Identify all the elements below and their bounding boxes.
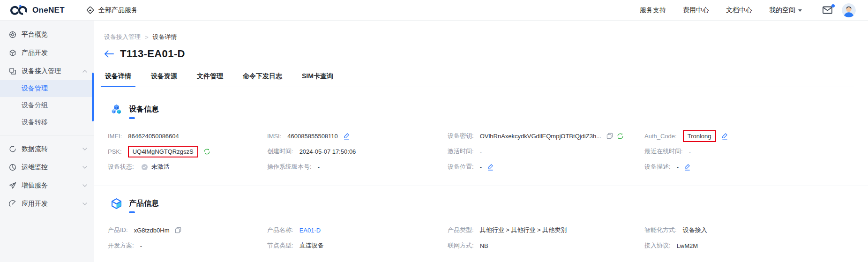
- section-divider: [94, 186, 868, 186]
- status-inactive-icon: [141, 164, 148, 171]
- onenet-logo[interactable]: OneNET: [10, 5, 65, 16]
- field-os-version: 操作系统版本号: -: [267, 162, 448, 172]
- field-device-description: 设备描述: -: [644, 162, 854, 172]
- user-avatar[interactable]: [842, 3, 856, 17]
- field-product-id: 产品ID: xG8tzdb0Hm: [108, 225, 267, 235]
- edit-auth-code-icon[interactable]: [721, 132, 728, 140]
- app-dev-icon: [9, 200, 16, 208]
- device-info-fields: IMEI: 864624050086604 IMSI: 460085855508…: [108, 131, 854, 172]
- field-product-type: 产品类型: 其他行业 > 其他行业 > 其他类别: [448, 225, 644, 235]
- device-info-section: 设备信息 IMEI: 864624050086604 IMSI: 4600858…: [104, 103, 854, 172]
- copy-product-id-icon[interactable]: [175, 227, 181, 233]
- auth-code-highlight: Tronlong: [683, 130, 716, 142]
- field-product-name: 产品名称: EA01-D: [267, 225, 448, 235]
- chevron-down-icon: [82, 184, 87, 187]
- product-name-link[interactable]: EA01-D: [299, 227, 321, 234]
- pie-chart-icon: [9, 164, 16, 171]
- page-title: T113-EA01-D: [120, 48, 185, 60]
- sidebar-item-device-groups[interactable]: 设备分组: [0, 97, 94, 114]
- chevron-up-icon: [82, 70, 87, 73]
- cube-icon: [9, 49, 16, 57]
- top-icons: [823, 3, 856, 17]
- field-imei: IMEI: 864624050086604: [108, 131, 267, 141]
- breadcrumb-parent[interactable]: 设备接入管理: [104, 33, 141, 41]
- field-access-protocol: 接入协议: LwM2M: [644, 241, 854, 250]
- psk-highlight: UQ4lMgNGTQRzgszS: [128, 146, 198, 157]
- sidebar-item-device-management[interactable]: 设备管理: [0, 80, 94, 97]
- tab-command-log[interactable]: 命令下发日志: [242, 72, 283, 87]
- breadcrumb: 设备接入管理 > 设备详情: [104, 33, 854, 41]
- notification-dot: [831, 4, 835, 7]
- section-title-dash: [129, 211, 135, 213]
- sidebar-item-device-transfer[interactable]: 设备转移: [0, 114, 94, 131]
- product-info-section: 产品信息 产品ID: xG8tzdb0Hm 产品名称: EA01-D: [104, 197, 854, 250]
- sidebar-item-app-dev[interactable]: 应用开发: [0, 195, 94, 213]
- products-diamond-icon: [86, 6, 94, 14]
- sidebar-item-device-access[interactable]: 设备接入管理: [0, 62, 94, 80]
- refresh-psk-icon[interactable]: [203, 148, 210, 155]
- main-content: 设备接入管理 > 设备详情 T113-EA01-D 设备详情 设备资源 文件管理…: [94, 21, 868, 262]
- all-products-menu[interactable]: 全部产品服务: [86, 6, 138, 15]
- tab-sim-query[interactable]: SIM卡查询: [301, 72, 334, 87]
- edit-description-icon[interactable]: [684, 163, 691, 171]
- chevron-down-icon: [82, 166, 87, 169]
- tab-file-management[interactable]: 文件管理: [196, 72, 224, 87]
- field-imsi: IMSI: 460085855508110: [267, 131, 448, 141]
- tab-bar: 设备详情 设备资源 文件管理 命令下发日志 SIM卡查询: [104, 72, 854, 87]
- chevron-down-icon: [798, 9, 802, 12]
- field-activated-time: 激活时间: -: [448, 147, 644, 156]
- device-info-cubes-icon: [110, 103, 123, 116]
- field-smart-mode: 智能化方式: 设备接入: [644, 225, 854, 235]
- field-dev-plan: 开发方案: -: [108, 241, 267, 250]
- product-info-fields: 产品ID: xG8tzdb0Hm 产品名称: EA01-D 产品类型: 其他行业…: [108, 225, 854, 250]
- product-info-cube-icon: [110, 197, 123, 210]
- nav-billing-center[interactable]: 费用中心: [683, 6, 709, 15]
- copy-secret-icon[interactable]: [606, 133, 613, 139]
- back-button[interactable]: [104, 50, 114, 58]
- paper-plane-icon: [9, 182, 16, 189]
- onenet-logo-icon: [10, 5, 29, 16]
- field-psk: PSK: UQ4lMgNGTQRzgszS: [108, 147, 267, 156]
- sidebar-item-data-flow[interactable]: 数据流转: [0, 140, 94, 158]
- nav-service-support[interactable]: 服务支持: [640, 6, 666, 15]
- chevron-down-icon: [82, 148, 87, 150]
- field-node-type: 节点类型: 直连设备: [267, 241, 448, 250]
- nav-docs-center[interactable]: 文档中心: [726, 6, 752, 15]
- field-device-location: 设备位置: -: [448, 162, 644, 172]
- field-device-status: 设备状态: 未激活: [108, 162, 267, 172]
- title-row: T113-EA01-D: [104, 47, 854, 61]
- sidebar-item-ops-monitor[interactable]: 运维监控: [0, 158, 94, 176]
- data-flow-icon: [9, 145, 16, 153]
- edit-location-icon[interactable]: [487, 163, 494, 171]
- overview-icon: [9, 31, 16, 38]
- sidebar: 平台概览 产品开发 设备接入管理 设备管理 设备分组 设备转移: [0, 21, 94, 262]
- nav-my-space[interactable]: 我的空间: [769, 6, 802, 15]
- device-info-title: 设备信息: [129, 103, 159, 115]
- field-device-secret: 设备密钥: OVlhRnAxekcydkVGdllEQmpjOTBtQjdiZ3…: [448, 131, 644, 141]
- sidebar-divider: [0, 135, 94, 135]
- status-badge: 未激活: [151, 163, 170, 171]
- logo-text: OneNET: [32, 6, 65, 15]
- field-last-online-time: 最近在线时间: -: [644, 147, 854, 156]
- field-auth-code: Auth_Code: Tronlong: [644, 131, 854, 141]
- device-access-icon: [9, 67, 16, 75]
- sidebar-item-value-services[interactable]: 增值服务: [0, 176, 94, 195]
- breadcrumb-separator: >: [145, 34, 149, 41]
- field-created-time: 创建时间: 2024-05-07 17:50:06: [267, 147, 448, 156]
- mail-icon[interactable]: [823, 6, 832, 14]
- all-products-label: 全部产品服务: [98, 6, 138, 15]
- sidebar-item-platform-overview[interactable]: 平台概览: [0, 25, 94, 44]
- sidebar-item-product-dev[interactable]: 产品开发: [0, 44, 94, 62]
- chevron-down-icon: [82, 202, 87, 205]
- tab-device-details[interactable]: 设备详情: [104, 72, 132, 87]
- tab-device-resources[interactable]: 设备资源: [150, 72, 178, 87]
- top-nav: 服务支持 费用中心 文档中心 我的空间: [640, 6, 802, 15]
- refresh-secret-icon[interactable]: [617, 133, 624, 140]
- edit-imsi-icon[interactable]: [343, 132, 350, 140]
- back-arrow-icon: [104, 50, 114, 58]
- product-info-title: 产品信息: [129, 197, 159, 210]
- breadcrumb-current: 设备详情: [153, 33, 177, 41]
- device-info-header: 设备信息: [104, 103, 854, 119]
- product-info-header: 产品信息: [104, 197, 854, 213]
- top-header: OneNET 全部产品服务 服务支持 费用中心 文档中心 我的空间: [0, 0, 868, 21]
